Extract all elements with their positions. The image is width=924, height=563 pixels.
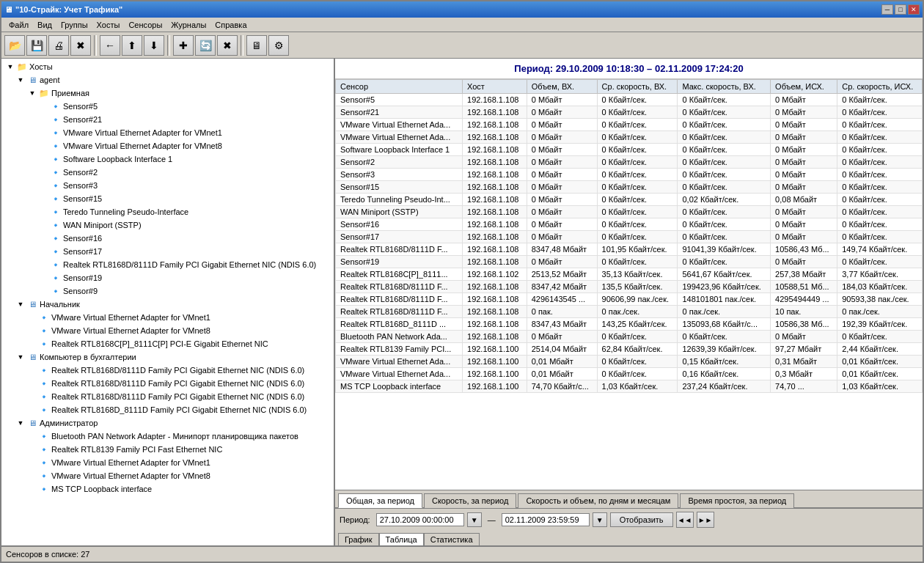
tree-item-realtek-b2[interactable]: 🔹 Realtek RTL8168D/8111D Family PCI Giga… bbox=[3, 377, 332, 390]
maximize-button[interactable]: □ bbox=[895, 4, 906, 15]
table-row[interactable]: Software Loopback Interface 1192.168.1.1… bbox=[336, 144, 923, 156]
tree-item-sensor17[interactable]: 🔹 Sensor#17 bbox=[3, 245, 332, 258]
menu-hosts[interactable]: Хосты bbox=[92, 19, 125, 31]
tree-toggle-agent[interactable]: ▼ bbox=[15, 74, 26, 86]
table-row[interactable]: VMware Virtual Ethernet Ada...192.168.1.… bbox=[336, 131, 923, 144]
date-to-picker[interactable]: ▼ bbox=[593, 512, 607, 527]
toolbar-print-button[interactable]: 🖨 bbox=[48, 35, 69, 56]
table-row[interactable]: Realtek RTL8168D/8111D F...192.168.1.108… bbox=[336, 281, 923, 293]
date-from-input[interactable] bbox=[376, 513, 464, 526]
menu-groups[interactable]: Группы bbox=[56, 19, 92, 31]
tree-item-realtek-b1[interactable]: 🔹 Realtek RTL8168D/8111D Family PCI Giga… bbox=[3, 364, 332, 377]
tree-item-sensor19[interactable]: 🔹 Sensor#19 bbox=[3, 271, 332, 284]
tree-item-vmware-a1[interactable]: 🔹 VMware Virtual Ethernet Adapter for VM… bbox=[3, 456, 332, 469]
table-row[interactable]: Sensor#19192.168.1.1080 Мбайт0 Кбайт/сек… bbox=[336, 256, 923, 268]
tree-item-ms-tcp[interactable]: 🔹 MS TCP Loopback interface bbox=[3, 482, 332, 496]
tree-item-vmware-n8[interactable]: 🔹 VMware Virtual Ethernet Adapter for VM… bbox=[3, 324, 332, 337]
toolbar-back-button[interactable]: ← bbox=[100, 35, 120, 56]
menu-help[interactable]: Справка bbox=[210, 19, 251, 31]
table-row[interactable]: Sensor#5192.168.1.1080 Мбайт0 Кбайт/сек.… bbox=[336, 94, 923, 106]
toolbar-down-button[interactable]: ⬇ bbox=[144, 35, 164, 56]
table-row[interactable]: Realtek RTL8168D/8111D F...192.168.1.108… bbox=[336, 293, 923, 306]
tree-toggle-admin[interactable]: ▼ bbox=[15, 417, 26, 429]
date-to-input[interactable] bbox=[502, 513, 590, 526]
toolbar-add-button[interactable]: ✚ bbox=[173, 35, 194, 56]
tree-item-priemnaya[interactable]: ▼ 📁 Приемная bbox=[3, 87, 332, 100]
tree-item-wan[interactable]: 🔹 WAN Miniport (SSTP) bbox=[3, 218, 332, 232]
menu-sensors[interactable]: Сенсоры bbox=[124, 19, 166, 31]
tree-item-teredo[interactable]: 🔹 Teredo Tunneling Pseudo-Interface bbox=[3, 205, 332, 218]
toolbar-up-button[interactable]: ⬆ bbox=[122, 35, 142, 56]
prev-button[interactable]: ◄◄ bbox=[676, 512, 694, 528]
menu-file[interactable]: Файл bbox=[4, 19, 33, 31]
tree-toggle-buh[interactable]: ▼ bbox=[15, 351, 26, 363]
table-row[interactable]: Teredo Tunneling Pseudo-Int...192.168.1.… bbox=[336, 194, 923, 206]
tree-item-vmware-a8[interactable]: 🔹 VMware Virtual Ethernet Adapter for VM… bbox=[3, 469, 332, 482]
toolbar-open-button[interactable]: 📂 bbox=[4, 35, 25, 56]
tab-speed-vol[interactable]: Скорость и объем, по дням и месяцам bbox=[518, 493, 678, 508]
toolbar-settings-button[interactable]: ⚙ bbox=[268, 35, 289, 56]
toolbar-delete-button[interactable]: ✖ bbox=[70, 35, 91, 56]
tab-speed[interactable]: Скорость, за период bbox=[424, 493, 516, 508]
tree-toggle-nachalnik[interactable]: ▼ bbox=[15, 298, 26, 310]
table-row[interactable]: WAN Miniport (SSTP)192.168.1.1080 Мбайт0… bbox=[336, 206, 923, 218]
menu-view[interactable]: Вид bbox=[33, 19, 56, 31]
tree-item-agent[interactable]: ▼ 🖥 agent bbox=[3, 73, 332, 87]
table-row[interactable]: Bluetooth PAN Network Ada...192.168.1.10… bbox=[336, 331, 923, 343]
date-from-picker[interactable]: ▼ bbox=[467, 512, 482, 527]
table-row[interactable]: VMware Virtual Ethernet Ada...192.168.1.… bbox=[336, 119, 923, 131]
tree-toggle-root[interactable]: ▼ bbox=[4, 61, 16, 73]
table-row[interactable]: Sensor#16192.168.1.1080 Мбайт0 Кбайт/сек… bbox=[336, 218, 923, 231]
toolbar-refresh-button[interactable]: 🔄 bbox=[195, 35, 216, 56]
sub-tab-stats[interactable]: Статистика bbox=[424, 533, 480, 545]
table-row[interactable]: Sensor#3192.168.1.1080 Мбайт0 Кбайт/сек.… bbox=[336, 169, 923, 181]
table-row[interactable]: Sensor#21192.168.1.1080 Мбайт0 Кбайт/сек… bbox=[336, 106, 923, 119]
data-table-container[interactable]: Сенсор Хост Объем, ВХ. Ср. скорость, ВХ.… bbox=[335, 79, 923, 490]
tree-item-sensor5[interactable]: 🔹 Sensor#5 bbox=[3, 100, 332, 113]
table-row[interactable]: Sensor#17192.168.1.1080 Мбайт0 Кбайт/сек… bbox=[336, 231, 923, 243]
table-row[interactable]: VMware Virtual Ethernet Ada...192.168.1.… bbox=[336, 368, 923, 380]
tree-item-vmware1[interactable]: 🔹 VMware Virtual Ethernet Adapter for VM… bbox=[3, 126, 332, 139]
sub-tab-table[interactable]: Таблица bbox=[379, 533, 424, 545]
tree-item-sensor15[interactable]: 🔹 Sensor#15 bbox=[3, 192, 332, 205]
table-row[interactable]: Realtek RTL8168D_8111D ...192.168.1.1088… bbox=[336, 318, 923, 331]
table-row[interactable]: MS TCP Loopback interface192.168.1.10074… bbox=[336, 380, 923, 393]
tree-item-sensor2[interactable]: 🔹 Sensor#2 bbox=[3, 166, 332, 179]
tree-item-admin[interactable]: ▼ 🖥 Администратор bbox=[3, 416, 332, 430]
table-row[interactable]: VMware Virtual Ethernet Ada...192.168.1.… bbox=[336, 356, 923, 368]
table-row[interactable]: Realtek RTL8168C[P]_8111...192.168.1.102… bbox=[336, 268, 923, 281]
tree-item-realtek-b4[interactable]: 🔹 Realtek RTL8168D_8111D Family PCI Giga… bbox=[3, 403, 332, 416]
toolbar-monitor-button[interactable]: 🖥 bbox=[246, 35, 267, 56]
menu-journals[interactable]: Журналы bbox=[166, 19, 210, 31]
table-row[interactable]: Realtek RTL8168D/8111D F...192.168.1.108… bbox=[336, 306, 923, 318]
next-button[interactable]: ►► bbox=[697, 512, 714, 528]
tree-item-vmware8[interactable]: 🔹 VMware Virtual Ethernet Adapter for VM… bbox=[3, 139, 332, 152]
tree-item-sensor16[interactable]: 🔹 Sensor#16 bbox=[3, 232, 332, 245]
tree-item-software-lb[interactable]: 🔹 Software Loopback Interface 1 bbox=[3, 152, 332, 166]
tree-toggle-priemnaya[interactable]: ▼ bbox=[26, 87, 38, 99]
tree-item-vmware-n1[interactable]: 🔹 VMware Virtual Ethernet Adapter for VM… bbox=[3, 311, 332, 324]
table-row[interactable]: Realtek RTL8139 Family PCI...192.168.1.1… bbox=[336, 343, 923, 356]
tree-item-realtek-b3[interactable]: 🔹 Realtek RTL8168D/8111D Family PCI Giga… bbox=[3, 390, 332, 403]
tab-downtime[interactable]: Время простоя, за период bbox=[680, 493, 794, 508]
tree-item-bluetooth[interactable]: 🔹 Bluetooth PAN Network Adapter - Минипо… bbox=[3, 430, 332, 443]
tree-item-realtek-cp[interactable]: 🔹 Realtek RTL8168C[P]_8111C[P] PCI-E Gig… bbox=[3, 337, 332, 350]
tree-item-sensor21[interactable]: 🔹 Sensor#21 bbox=[3, 113, 332, 126]
tree-item-realtek8139[interactable]: 🔹 Realtek RTL8139 Family PCI Fast Ethern… bbox=[3, 443, 332, 456]
tree-item-sensor3[interactable]: 🔹 Sensor#3 bbox=[3, 179, 332, 192]
tree-item-nachalnik[interactable]: ▼ 🖥 Начальник bbox=[3, 298, 332, 311]
tree-item-realtek1[interactable]: 🔹 Realtek RTL8168D/8111D Family PCI Giga… bbox=[3, 258, 332, 271]
tree-item-buh[interactable]: ▼ 🖥 Компьютер в бухгалтерии bbox=[3, 350, 332, 364]
tree-item-sensor9[interactable]: 🔹 Sensor#9 bbox=[3, 284, 332, 298]
display-button[interactable]: Отобразить bbox=[610, 512, 673, 527]
table-row[interactable]: Realtek RTL8168D/8111D F...192.168.1.108… bbox=[336, 243, 923, 256]
close-button[interactable]: ✕ bbox=[908, 4, 920, 15]
toolbar-save-button[interactable]: 💾 bbox=[26, 35, 47, 56]
tab-general[interactable]: Общая, за период bbox=[338, 493, 422, 508]
minimize-button[interactable]: ─ bbox=[881, 4, 893, 15]
table-row[interactable]: Sensor#2192.168.1.1080 Мбайт0 Кбайт/сек.… bbox=[336, 156, 923, 169]
table-row[interactable]: Sensor#15192.168.1.1080 Мбайт0 Кбайт/сек… bbox=[336, 181, 923, 194]
toolbar-remove-button[interactable]: ✖ bbox=[217, 35, 238, 56]
sub-tab-graph[interactable]: График bbox=[338, 533, 379, 545]
tree-root[interactable]: ▼ 📁 Хосты bbox=[3, 60, 332, 73]
